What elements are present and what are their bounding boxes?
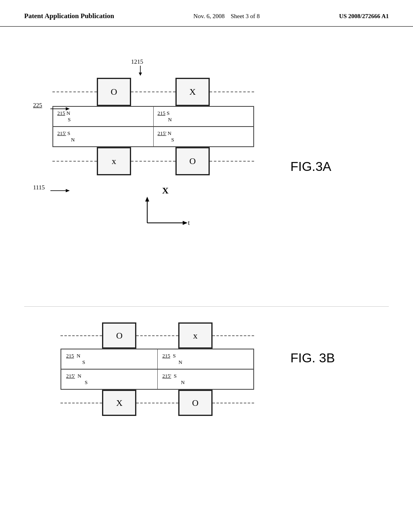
fig3b-diagram: O x 215 N S 215 S N 215' N S 215' S: [28, 318, 290, 416]
dash-3b-mid-top: [136, 335, 178, 336]
fig3a-diagram: 1215 225 O X 215 N: [28, 58, 290, 229]
dash-mid-bot: [131, 161, 175, 162]
box-X-top: X: [175, 78, 210, 106]
magnet-right-top-3a: 215 S N: [154, 107, 254, 126]
magnet-3b-rb-n: N: [163, 379, 249, 386]
magnet-ref-215p-lb: 215' S: [57, 130, 149, 137]
box-O-top: O: [97, 78, 131, 106]
magnet-s-rb: S: [158, 137, 250, 143]
magnet-3b-rt-n: N: [163, 359, 249, 366]
magnets-3b-bot: 215' N S 215' S N: [60, 370, 254, 390]
box-O-3b-bot: O: [178, 390, 213, 416]
svg-marker-9: [183, 221, 188, 225]
magnets-3b-top: 215 N S 215 S N: [60, 349, 254, 370]
label-225: 225: [33, 102, 42, 109]
top-dashed-row-3b: O x: [60, 322, 254, 349]
dash-mid-top: [131, 91, 175, 92]
arrow-1115: [50, 188, 71, 193]
magnet-3b-rb-ref: 215' S: [163, 373, 249, 379]
magnet-3b-lt: 215 N S: [61, 349, 158, 369]
box-x-bottom: x: [97, 147, 131, 175]
label-225-text: 225: [33, 102, 42, 108]
bottom-dashed-row-3b: X O: [60, 390, 254, 416]
svg-marker-1: [139, 73, 142, 76]
magnet-ref-215p-rb: 215' N: [158, 130, 250, 137]
magnet-3b-lt-s: S: [66, 359, 152, 366]
dash-right-top: [210, 91, 254, 92]
dash-3b-left-top: [60, 335, 102, 336]
header-publication-type: Patent Application Publication: [24, 12, 114, 20]
page-header: Patent Application Publication Nov. 6, 2…: [0, 0, 413, 27]
arrow-1215: [136, 66, 144, 76]
magnet-3b-rt: 215 S N: [158, 349, 254, 369]
fig3b-label: FIG. 3B: [290, 351, 335, 366]
bottom-dashed-row-3a: x O: [52, 147, 254, 175]
box-X-3b-bot: X: [102, 390, 136, 416]
section-divider: [24, 306, 389, 307]
magnet-n-lb: N: [57, 137, 149, 143]
magnet-ref-215-lt: 215 N: [57, 110, 149, 116]
magnet-right-bot-3a: 215' N S: [154, 127, 254, 146]
svg-marker-7: [145, 197, 149, 202]
magnet-3b-rb: 215' S N: [158, 370, 254, 389]
label-1215: 1215: [131, 58, 143, 65]
magnet-s-lt: S: [57, 116, 149, 123]
page: Patent Application Publication Nov. 6, 2…: [0, 0, 413, 532]
dash-3b-mid-bot: [136, 403, 178, 403]
dash-3b-left-bot: [60, 403, 102, 403]
dash-3b-right-bot: [213, 403, 254, 403]
magnet-3b-lb-ref: 215' N: [66, 373, 152, 379]
header-sheet: Sheet 3 of 8: [231, 13, 260, 19]
dash-left-top: [52, 91, 97, 92]
magnet-ref-215-rt: 215 S: [158, 110, 250, 116]
svg-text:t: t: [188, 219, 190, 226]
dash-left-bot: [52, 161, 97, 162]
header-patent-number: US 2008/272666 A1: [339, 13, 389, 20]
top-dashed-row-3a: O X: [52, 78, 254, 106]
box-O-3b-top: O: [102, 322, 136, 349]
magnet-3b-lb-s: S: [66, 379, 152, 386]
box-x-3b-top: x: [178, 322, 213, 349]
svg-marker-3: [66, 107, 70, 110]
arrow-225: [50, 106, 71, 112]
header-date: Nov. 6, 2008: [194, 13, 225, 19]
magnet-3b-rt-ref: 215 S: [163, 353, 249, 359]
box-O-bottom: O: [175, 147, 210, 175]
magnets-row-3a-b: 215' S N 215' N S: [52, 127, 254, 147]
fig3a-label: FIG.3A: [290, 159, 331, 174]
magnet-left-bot-3a: 215' S N: [53, 127, 154, 146]
dash-3b-right-top: [213, 335, 254, 336]
xt-diagram: X t: [125, 185, 206, 229]
magnets-row-3a: 215 N S 215 S N: [52, 106, 254, 127]
xt-axis-svg: t: [141, 197, 190, 229]
magnet-3b-lt-ref: 215 N: [66, 353, 152, 359]
magnet-n-rt: N: [158, 116, 250, 123]
header-center: Nov. 6, 2008 Sheet 3 of 8: [194, 13, 260, 20]
label-1115: 1115: [33, 184, 45, 191]
magnet-3b-lb: 215' N S: [61, 370, 158, 389]
dash-right-bot: [210, 161, 254, 162]
svg-marker-5: [66, 189, 70, 192]
xt-x-label: X: [125, 185, 206, 196]
